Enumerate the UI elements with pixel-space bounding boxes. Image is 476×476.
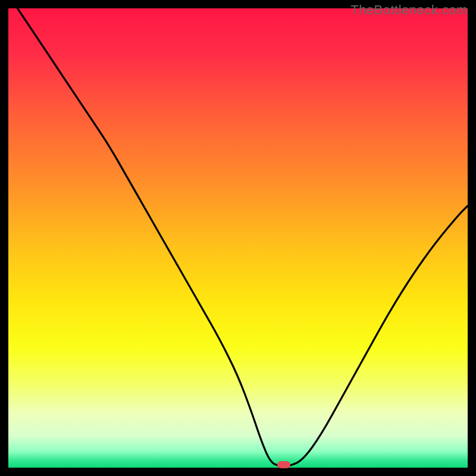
gradient-background	[8, 8, 468, 468]
optimal-marker	[277, 461, 290, 468]
plot-area	[8, 8, 468, 468]
watermark-text: TheBottleneck.com	[350, 2, 468, 18]
plot-svg	[8, 8, 468, 468]
chart-frame: TheBottleneck.com	[0, 0, 476, 476]
